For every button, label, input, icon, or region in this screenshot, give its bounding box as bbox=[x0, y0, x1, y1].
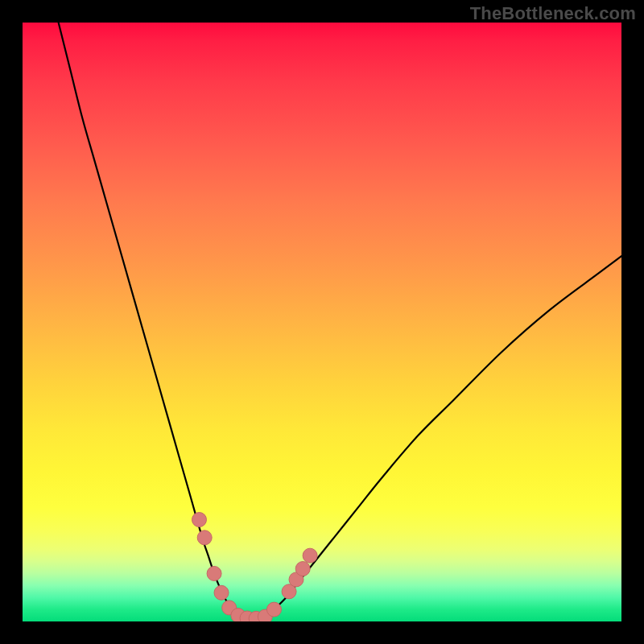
curve-layer bbox=[23, 23, 621, 621]
curve-marker bbox=[295, 562, 310, 576]
bottleneck-curve bbox=[59, 23, 621, 618]
curve-path-group bbox=[59, 23, 621, 618]
curve-marker bbox=[214, 585, 229, 600]
curve-marker bbox=[207, 566, 221, 580]
curve-marker bbox=[192, 513, 206, 527]
chart-frame: TheBottleneck.com bbox=[0, 0, 644, 644]
plot-area bbox=[23, 23, 621, 621]
curve-marker bbox=[303, 548, 317, 563]
curve-marker bbox=[197, 530, 212, 545]
curve-marker bbox=[266, 602, 281, 617]
watermark-text: TheBottleneck.com bbox=[470, 3, 636, 24]
curve-markers bbox=[192, 513, 317, 621]
